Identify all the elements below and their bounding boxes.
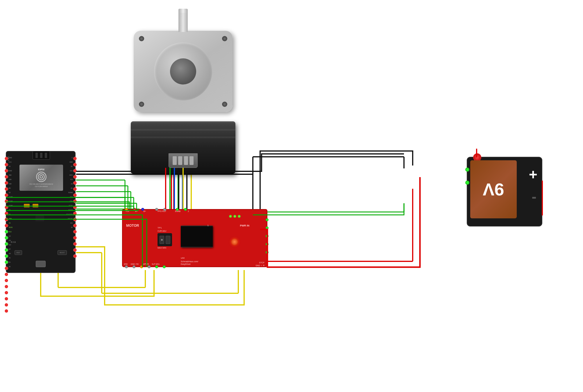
esp32-pin-right-7 xyxy=(73,193,77,197)
ed-pin-b-plus xyxy=(141,208,144,211)
ed-right-pin-3 xyxy=(266,235,269,238)
ed-bottom-pin-2 xyxy=(133,265,135,268)
ed-brand-label2: EasyDriver xyxy=(181,263,191,265)
esp32-pin-right-13 xyxy=(73,230,77,233)
ed-cur-adj-label: CUR ADJ xyxy=(158,230,172,232)
ed-bottom-pin-4 xyxy=(148,265,151,268)
battery-plus-symbol: + xyxy=(529,166,537,183)
esp32-pin-left-12 xyxy=(5,224,8,227)
esp32-rst-button[interactable]: RST xyxy=(15,250,22,255)
esp32-board: GND ESP32 FCC 9D:2AC72-ESPWROOM 32 CE R … xyxy=(6,151,76,273)
ed-bottom-pin-3 xyxy=(140,265,143,268)
battery-voltage-label: 9V xyxy=(483,179,504,199)
esp32-pin-left-10 xyxy=(5,212,8,215)
esp32-pin-left-11 xyxy=(5,218,8,221)
easydriver-board: +5V A+ B+ PFD RST ENAB 2 MOTOR xyxy=(122,209,267,267)
esp32-pin-left-14 xyxy=(5,236,8,240)
ed-bottom-pin-6 xyxy=(163,265,166,268)
esp32-pin-right-12 xyxy=(73,224,77,227)
esp32-pin-left-13 xyxy=(5,230,8,233)
ed-pin-pfd xyxy=(155,208,158,211)
esp32-pin-left-17 xyxy=(5,254,8,258)
ed-right-pin-2 xyxy=(266,226,269,229)
esp32-pin-right-4 xyxy=(73,175,77,179)
esp32-pin-right-14 xyxy=(73,236,77,240)
esp32-boot-button[interactable]: BOOT xyxy=(58,250,67,255)
ed-power-led xyxy=(231,239,238,245)
battery-red-wire xyxy=(542,181,543,215)
esp32-pin-left-25 xyxy=(5,303,8,307)
esp32-pin-left-2 xyxy=(5,163,8,166)
ed-bottom-pin-1 xyxy=(125,265,128,268)
esp32-pin-right-9 xyxy=(73,206,77,209)
ed-pin-5v xyxy=(125,208,128,211)
esp32-pin-left-20 xyxy=(5,273,8,276)
esp32-pin-left-9 xyxy=(5,206,8,209)
battery-9v: 9V + - xyxy=(467,157,548,238)
battery-label-area: 9V xyxy=(470,160,517,218)
esp32-g11-label: G 11 xyxy=(11,241,16,243)
ed-pin-a-plus xyxy=(133,208,136,211)
esp32-pin-right-2 xyxy=(73,163,77,166)
esp32-pin-left-26 xyxy=(5,309,8,313)
ed-right-pin-4 xyxy=(266,243,269,246)
easydriver-motor-label: MOTOR xyxy=(126,224,139,228)
esp32-pin-left-18 xyxy=(5,260,8,264)
ed-bottom-pin-5 xyxy=(155,265,158,268)
esp32-pin-right-6 xyxy=(73,187,77,191)
esp32-pin-right-8 xyxy=(73,199,77,203)
esp32-module-label: ESP32 xyxy=(38,168,44,170)
esp32-pin-left-24 xyxy=(5,297,8,301)
esp32-pin-left-23 xyxy=(5,291,8,294)
esp32-pin-right-3 xyxy=(73,169,77,172)
esp32-pin-right-11 xyxy=(73,218,77,221)
battery-side-dot-1 xyxy=(465,168,469,172)
esp32-pin-left-1 xyxy=(5,157,8,160)
esp32-pin-left-19 xyxy=(5,267,8,270)
esp32-pin-left-3 xyxy=(5,169,8,172)
esp32-pin-left-16 xyxy=(5,248,8,252)
ed-pin-enab xyxy=(176,208,179,211)
esp32-pin-left-7 xyxy=(5,193,8,197)
esp32-pin-right-5 xyxy=(73,181,77,185)
esp32-pin-right-16 xyxy=(73,248,77,252)
ed-tp1-label: TP1 xyxy=(158,226,172,229)
ed-brand-label: SchmalzHaus.com/ xyxy=(181,260,198,262)
esp32-usb-port xyxy=(36,261,46,267)
ed-right-pin-1 xyxy=(266,218,269,221)
stepper-motor xyxy=(122,9,244,154)
battery-pos-wire xyxy=(476,149,477,157)
ed-led-green-1 xyxy=(229,215,232,218)
esp32-pin-left-22 xyxy=(5,285,8,288)
ed-led-green-2 xyxy=(233,215,236,218)
battery-side-dot-2 xyxy=(465,181,469,185)
esp32-pin-left-21 xyxy=(5,279,8,282)
battery-minus-symbol: - xyxy=(532,189,536,204)
esp32-pin-right-15 xyxy=(73,242,77,246)
esp32-pin-left-15 xyxy=(5,242,8,246)
ed-pin-2 xyxy=(184,208,187,211)
esp32-pin-right-17 xyxy=(73,254,77,258)
ed-led-green-3 xyxy=(238,215,241,218)
ed-stcp-label: STCP xyxy=(259,262,264,264)
ed-max-min-label: MAX MIN xyxy=(158,247,172,249)
ed-pin-rst xyxy=(163,208,166,211)
ed-version-label: v44 xyxy=(181,257,185,259)
esp32-pin-right-1 xyxy=(73,157,77,160)
esp32-pin-left-6 xyxy=(5,187,8,191)
esp32-ce-label: CE R 205-000516 xyxy=(35,186,48,187)
ed-pwr-in-label: PWR IN xyxy=(240,224,250,227)
esp32-pin-left-5 xyxy=(5,181,8,185)
esp32-fcc-label: FCC 9D:2AC72-ESPWROOM 32 xyxy=(30,183,53,185)
esp32-pin-left-8 xyxy=(5,199,8,203)
circuit-diagram: GND ESP32 FCC 9D:2AC72-ESPWROOM 32 CE R … xyxy=(0,0,583,392)
ed-right-pin-5 xyxy=(266,251,269,254)
ed-number-label: 1 xyxy=(208,224,209,227)
esp32-pin-left-4 xyxy=(5,175,8,179)
esp32-pin-right-10 xyxy=(73,212,77,215)
